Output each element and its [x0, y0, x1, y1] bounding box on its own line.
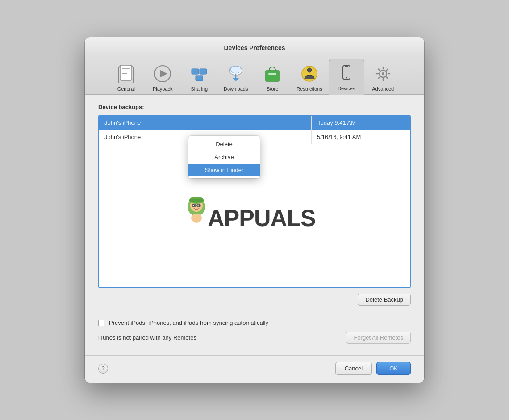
tab-general-label: General	[117, 86, 135, 92]
restrictions-icon	[299, 63, 320, 84]
svg-line-31	[386, 77, 388, 79]
tab-devices-label: Devices	[338, 86, 355, 91]
svg-rect-21	[344, 67, 349, 76]
tab-general[interactable]: General	[108, 59, 144, 94]
context-menu-delete[interactable]: Delete	[188, 138, 260, 151]
dialog-title: Devices Preferences	[85, 37, 424, 55]
svg-marker-15	[232, 78, 239, 81]
svg-point-19	[307, 68, 312, 72]
footer: ? Cancel OK	[85, 355, 424, 383]
tab-restrictions-label: Restrictions	[296, 86, 322, 92]
prevent-sync-label: Prevent iPods, iPhones, and iPads from s…	[109, 319, 268, 326]
prevent-sync-checkbox[interactable]	[98, 320, 104, 326]
delete-backup-button[interactable]: Delete Backup	[358, 294, 411, 306]
toolbar: General Playback	[85, 55, 424, 95]
tab-store[interactable]: Store	[254, 59, 290, 94]
context-menu: Delete Archive Show in Finder	[188, 136, 260, 178]
svg-rect-37	[189, 199, 204, 202]
advanced-icon	[372, 63, 394, 84]
context-menu-show-finder[interactable]: Show in Finder	[188, 164, 260, 176]
svg-point-13	[230, 66, 241, 73]
ok-button[interactable]: OK	[376, 362, 411, 375]
prevent-sync-row: Prevent iPods, iPhones, and iPads from s…	[98, 317, 411, 329]
backup-name-1: John's iPhone	[99, 116, 312, 130]
forget-remotes-button[interactable]: Forget All Remotes	[346, 332, 411, 344]
tab-playback[interactable]: Playback	[145, 59, 180, 94]
separator-1	[98, 313, 411, 313]
tab-downloads-label: Downloads	[224, 86, 248, 92]
svg-rect-16	[266, 71, 279, 81]
svg-line-32	[386, 69, 388, 71]
tab-devices[interactable]: Devices	[329, 59, 364, 95]
svg-text:APPUALS: APPUALS	[208, 205, 315, 231]
svg-line-33	[378, 77, 380, 79]
tab-advanced[interactable]: Advanced	[365, 59, 401, 94]
tab-store-label: Store	[267, 86, 278, 92]
store-icon	[262, 63, 283, 84]
playback-icon	[152, 63, 173, 84]
svg-rect-1	[120, 65, 132, 80]
tab-playback-label: Playback	[153, 86, 173, 92]
backup-table: John's iPhone Today 9:41 AM John's iPhon…	[98, 115, 411, 288]
svg-point-25	[382, 72, 384, 75]
tab-downloads[interactable]: Downloads	[218, 59, 254, 94]
remotes-row: iTunes is not paired with any Remotes Fo…	[98, 329, 411, 346]
tab-sharing[interactable]: Sharing	[181, 59, 217, 94]
context-menu-archive[interactable]: Archive	[188, 151, 260, 164]
footer-buttons: Cancel OK	[335, 362, 411, 375]
downloads-icon	[225, 63, 246, 84]
svg-point-22	[346, 77, 347, 79]
tab-restrictions[interactable]: Restrictions	[291, 59, 327, 94]
devices-icon	[336, 63, 357, 84]
svg-point-45	[191, 214, 202, 223]
general-icon	[115, 63, 137, 84]
bottom-controls: Delete Backup	[98, 288, 411, 309]
main-content: Device backups: John's iPhone Today 9:41…	[85, 95, 424, 355]
svg-point-40	[194, 205, 196, 206]
svg-rect-8	[200, 69, 207, 74]
section-label: Device backups:	[98, 104, 411, 110]
backup-date-1: Today 9:41 AM	[312, 116, 410, 130]
watermark-svg: APPUALS	[183, 196, 326, 236]
title-text: Devices Preferences	[224, 44, 285, 51]
tab-advanced-label: Advanced	[372, 86, 394, 92]
backup-row-1[interactable]: John's iPhone Today 9:41 AM	[99, 116, 410, 130]
svg-line-30	[378, 69, 380, 71]
svg-marker-6	[160, 70, 167, 77]
cancel-button[interactable]: Cancel	[335, 362, 372, 375]
remotes-status-text: iTunes is not paired with any Remotes	[98, 334, 196, 341]
watermark: APPUALS	[183, 196, 326, 236]
preferences-dialog: Devices Preferences General	[85, 37, 424, 383]
tab-sharing-label: Sharing	[191, 86, 208, 92]
sharing-icon	[188, 63, 210, 84]
svg-point-41	[199, 205, 200, 206]
svg-rect-17	[268, 73, 276, 75]
help-button[interactable]: ?	[98, 364, 108, 374]
svg-rect-7	[192, 69, 199, 74]
backup-date-2: 5/16/16, 9:41 AM	[312, 130, 410, 144]
